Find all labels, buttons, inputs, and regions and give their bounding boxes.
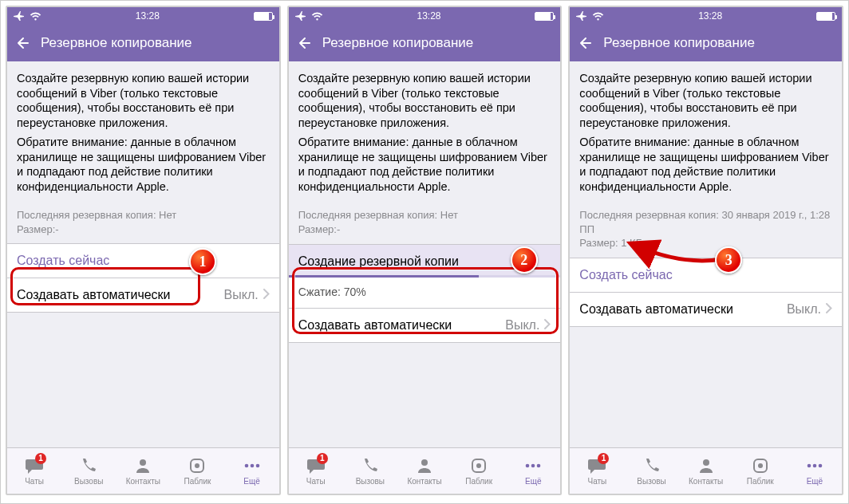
svg-point-16 [813,464,817,468]
status-time: 13:28 [417,10,440,22]
tab-calls[interactable]: Вызовы [343,456,397,486]
progress-bar [289,275,561,278]
tab-more[interactable]: Ещё [788,456,842,486]
tab-public[interactable]: Паблик [733,456,788,486]
tab-chats[interactable]: 1Чаты [570,456,624,486]
tab-bar: 1Чаты Вызовы Контакты Паблик Ещё [570,447,842,494]
tab-contacts[interactable]: Контакты [116,456,170,486]
description-text: Создайте резервную копию вашей истории с… [570,61,842,202]
airplane-icon [14,11,25,21]
tab-contacts[interactable]: Контакты [679,456,733,486]
status-time: 13:28 [698,10,722,22]
auto-backup-row[interactable]: Создавать автоматически Выкл. [289,308,561,343]
tab-calls[interactable]: Вызовы [61,456,116,486]
screen-2: 13:28 Резервное копирование Создайте рез… [287,6,563,495]
chevron-right-icon [544,318,551,333]
wifi-icon [30,12,41,21]
svg-point-2 [195,463,199,468]
contact-icon [414,456,435,475]
backup-now-label: Создать сейчас [17,254,109,268]
tab-contacts[interactable]: Контакты [397,456,452,486]
tab-bar: 1 Чаты Вызовы Контакты Паблик Е [7,447,279,494]
status-bar: 13:28 [7,7,279,25]
chat-icon: 1 [24,456,45,475]
svg-point-4 [250,464,254,468]
tab-more[interactable]: Ещё [225,456,279,486]
chat-icon: 1 [586,456,607,475]
page-title: Резервное копирование [603,35,755,51]
more-icon [804,456,825,475]
auto-backup-label: Создавать автоматически [17,288,171,302]
backup-progress-row: Создание резервной копии Сжатие: 70% [289,244,561,309]
svg-point-8 [476,463,481,468]
chats-badge: 1 [35,453,46,464]
svg-point-9 [526,464,530,468]
tab-calls[interactable]: Вызовы [624,456,678,486]
svg-point-14 [758,463,763,468]
nav-header: Резервное копирование [7,25,279,61]
screen-3: 13:28 Резервное копирование Создайте рез… [568,6,843,495]
chat-icon: 1 [306,456,326,475]
backup-now-row[interactable]: Создать сейчас [7,243,279,278]
battery-icon [254,12,273,21]
phone-icon [642,456,662,475]
svg-point-15 [808,464,811,468]
tab-public[interactable]: Паблик [452,456,506,486]
svg-point-12 [703,459,709,466]
page-title: Резервное копирование [322,35,474,51]
more-icon [523,456,543,475]
svg-point-5 [255,464,259,468]
back-button[interactable] [12,32,34,54]
progress-subtext: Сжатие: 70% [289,278,561,308]
svg-point-0 [140,459,146,466]
public-icon [468,456,489,475]
page-title: Резервное копирование [41,35,192,51]
auto-backup-row[interactable]: Создавать автоматически Выкл. [570,292,842,327]
status-bar: 13:28 [289,7,561,25]
svg-point-11 [537,464,541,468]
auto-backup-value: Выкл. [224,288,259,302]
airplane-icon [295,11,306,21]
backup-now-row[interactable]: Создать сейчас [570,258,842,293]
nav-header: Резервное копирование [570,25,842,61]
status-bar: 13:28 [570,7,842,25]
backup-meta: Последняя резервная копия: Нет Размер:- [7,202,279,244]
contact-icon [696,456,717,475]
svg-point-6 [421,459,428,466]
wifi-icon [592,12,604,21]
screen-1: 13:28 Резервное копирование Создайте рез… [6,6,281,495]
chevron-right-icon [826,302,832,317]
public-icon [750,456,771,475]
back-button[interactable] [575,32,597,54]
status-time: 13:28 [136,10,160,22]
wifi-icon [311,12,323,21]
backup-meta: Последняя резервная копия: Нет Размер:- [289,202,561,244]
airplane-icon [576,11,587,21]
phone-icon [360,456,381,475]
tab-more[interactable]: Ещё [506,456,560,486]
more-icon [242,456,263,475]
progress-title: Создание резервной копии [289,245,561,275]
svg-point-17 [819,464,823,468]
tab-bar: 1Чаты Вызовы Контакты Паблик Ещё [289,447,561,494]
description-text: Создайте резервную копию вашей истории с… [7,61,279,202]
backup-meta: Последняя резервная копия: 30 января 201… [570,202,842,258]
tab-chats[interactable]: 1Чаты [289,456,343,486]
battery-icon [816,12,835,21]
description-text: Создайте резервную копию вашей истории с… [289,61,561,202]
back-button[interactable] [294,32,316,54]
public-icon [187,456,207,475]
phone-icon [78,456,99,475]
tab-chats[interactable]: 1 Чаты [7,456,61,486]
tab-public[interactable]: Паблик [170,456,224,486]
chevron-right-icon [263,288,270,302]
contact-icon [132,456,153,475]
svg-point-10 [531,464,535,468]
battery-icon [535,12,554,21]
auto-backup-row[interactable]: Создавать автоматически Выкл. [7,278,279,313]
nav-header: Резервное копирование [289,25,561,61]
svg-point-3 [244,464,248,468]
